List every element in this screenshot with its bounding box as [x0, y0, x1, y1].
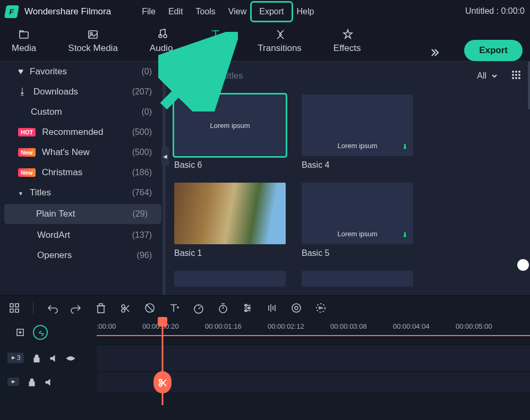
library-body: ♥Favorites (0) ⭳Downloads (207) Custom (…: [0, 62, 530, 295]
title-tile-basic-6[interactable]: Lorem ipsum Basic 6: [174, 95, 286, 170]
delete-icon[interactable]: [95, 302, 107, 314]
title-tile-basic-5[interactable]: Lorem ipsum ⬇ Basic 5: [302, 183, 413, 258]
sidebar-item-downloads[interactable]: ⭳Downloads (207): [0, 82, 166, 102]
sidebar-item-plain-text[interactable]: Plain Text (29): [4, 204, 161, 224]
chevron-down-icon: [18, 187, 23, 198]
tab-audio[interactable]: Audio: [146, 25, 177, 61]
download-icon[interactable]: ⬇: [402, 143, 408, 151]
svg-point-8: [518, 71, 520, 73]
svg-rect-19: [98, 306, 104, 313]
track-video-badge[interactable]: [7, 378, 19, 386]
tab-stock-media[interactable]: Stock Media: [64, 25, 122, 61]
title-tile-basic-4[interactable]: Lorem ipsum ⬇ Basic 4: [302, 95, 413, 170]
mute-icon[interactable]: [44, 377, 53, 387]
speed-icon[interactable]: [193, 302, 204, 314]
sidebar-item-christmas[interactable]: NewChristmas (186): [0, 162, 166, 183]
tab-media[interactable]: Media: [7, 25, 40, 61]
render-icon[interactable]: [315, 302, 327, 314]
view-grid-button[interactable]: [511, 70, 522, 82]
playhead-split-button[interactable]: [153, 371, 172, 393]
add-text-icon[interactable]: [168, 302, 180, 314]
transitions-icon: [274, 28, 286, 40]
text-icon: [209, 28, 221, 40]
apps-icon[interactable]: [8, 302, 20, 314]
svg-point-12: [512, 77, 514, 79]
tab-titles[interactable]: Titles: [200, 25, 230, 61]
sidebar-item-wordart[interactable]: WordArt (137): [0, 225, 166, 245]
collapse-panel-button[interactable]: ◀: [161, 147, 169, 166]
svg-rect-16: [15, 304, 19, 307]
timeline-track-1[interactable]: 3: [0, 345, 530, 371]
lock-icon[interactable]: [27, 377, 36, 387]
title-tile-row3b[interactable]: [302, 271, 413, 287]
track-video-badge[interactable]: 3: [7, 353, 24, 363]
download-icon: ⭳: [18, 87, 27, 97]
undo-icon[interactable]: [46, 302, 58, 314]
folder-icon: [18, 28, 30, 40]
svg-point-29: [295, 306, 298, 310]
scissors-icon: [158, 378, 167, 387]
search-icon: [176, 70, 188, 82]
help-bubble-icon[interactable]: [517, 259, 529, 271]
tab-transitions[interactable]: Transitions: [253, 25, 306, 61]
svg-point-35: [69, 357, 72, 360]
timer-icon[interactable]: [217, 302, 229, 314]
title-bar: F Wondershare Filmora File Edit Tools Vi…: [0, 0, 530, 23]
menu-edit[interactable]: Edit: [162, 4, 190, 20]
sidebar-item-custom[interactable]: Custom (0): [0, 102, 166, 122]
crop-icon[interactable]: [144, 302, 156, 314]
visibility-icon[interactable]: [65, 353, 75, 363]
mute-icon[interactable]: [48, 353, 58, 363]
svg-rect-1: [20, 32, 28, 38]
download-icon[interactable]: ⬇: [402, 231, 408, 239]
adjust-icon[interactable]: [242, 302, 253, 314]
category-sidebar: ♥Favorites (0) ⭳Downloads (207) Custom (…: [0, 62, 166, 295]
svg-point-9: [512, 74, 514, 76]
more-tabs-button[interactable]: [428, 46, 441, 61]
effects-icon: [341, 28, 353, 40]
redo-icon[interactable]: [71, 302, 82, 314]
color-icon[interactable]: [290, 302, 302, 314]
filter-dropdown[interactable]: All: [472, 68, 503, 84]
library-tabs: Media Stock Media Audio Titles Transitio…: [0, 23, 530, 62]
menu-export[interactable]: Export: [253, 4, 290, 20]
svg-point-7: [515, 71, 517, 73]
svg-point-10: [515, 74, 517, 76]
sidebar-item-favorites[interactable]: ♥Favorites (0): [0, 62, 166, 82]
timeline-ruler[interactable]: :00:00 00:00:00:20 00:00:01:16 00:00:02:…: [97, 320, 530, 345]
timeline-track-2[interactable]: [0, 371, 530, 392]
add-marker-icon[interactable]: [15, 327, 25, 338]
new-badge: New: [18, 168, 36, 177]
svg-point-11: [518, 74, 520, 76]
title-tile-basic-1[interactable]: Basic 1: [174, 183, 286, 258]
search-input[interactable]: Search titles: [176, 70, 464, 82]
split-icon[interactable]: [119, 302, 131, 314]
title-tile-row3a[interactable]: [174, 271, 286, 287]
menu-view[interactable]: View: [222, 4, 253, 20]
lock-icon[interactable]: [31, 353, 41, 363]
svg-point-30: [317, 304, 325, 312]
svg-rect-15: [10, 304, 13, 307]
chevron-down-icon: [491, 72, 498, 80]
scrollbar[interactable]: [528, 62, 530, 295]
sidebar-item-whats-new[interactable]: NewWhat's New (500): [0, 142, 166, 162]
search-placeholder: Search titles: [193, 71, 243, 81]
tab-effects[interactable]: Effects: [329, 25, 365, 61]
sidebar-item-openers[interactable]: Openers (96): [0, 245, 166, 265]
menu-tools[interactable]: Tools: [190, 4, 222, 20]
new-badge: New: [18, 148, 36, 157]
menu-help[interactable]: Help: [290, 4, 321, 20]
sidebar-item-titles[interactable]: Titles (764): [0, 183, 166, 203]
svg-rect-18: [15, 309, 19, 312]
app-name: Wondershare Filmora: [24, 6, 111, 17]
menu-file[interactable]: File: [135, 4, 162, 20]
link-clips-button[interactable]: [33, 325, 48, 340]
document-title: Untitled : 0:00:0: [465, 6, 525, 16]
sidebar-item-recommended[interactable]: HOTRecommended (500): [0, 122, 166, 142]
timeline-ruler-row: :00:00 00:00:00:20 00:00:01:16 00:00:02:…: [0, 320, 530, 345]
svg-point-13: [515, 77, 517, 79]
svg-rect-17: [10, 309, 13, 312]
export-button[interactable]: Export: [464, 40, 523, 61]
equalizer-icon[interactable]: [266, 302, 278, 314]
titles-grid-panel: Search titles All ◀ Lorem ipsum Basic 6 …: [166, 62, 530, 295]
